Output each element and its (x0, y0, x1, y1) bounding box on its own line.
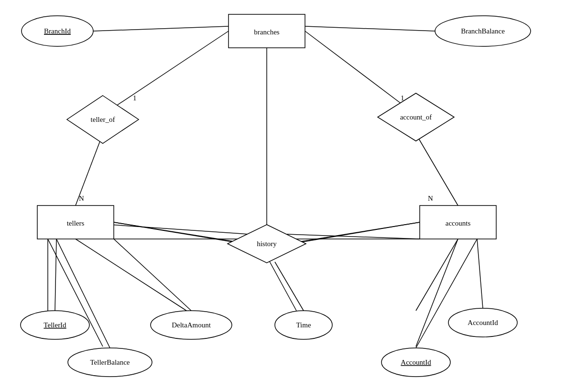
svg-line-17 (416, 239, 458, 347)
attr-branch-balance-label: BranchBalance (461, 27, 505, 35)
entity-accounts-label: accounts (446, 219, 471, 227)
svg-line-23 (275, 262, 304, 311)
svg-line-14 (76, 239, 186, 311)
cardinality-1-teller: 1 (133, 94, 137, 102)
attr-delta-amount-label: DeltaAmount (172, 321, 211, 329)
svg-line-16 (416, 239, 458, 311)
svg-line-0 (103, 31, 229, 115)
er-diagram: branches teller_of account_of history te… (0, 0, 588, 390)
attr-teller-id-label: TellerId (44, 321, 66, 329)
svg-line-11 (287, 234, 420, 239)
attr-time-label: Time (296, 321, 311, 329)
svg-line-19 (305, 26, 435, 31)
entity-branches-label: branches (254, 28, 279, 36)
attr-branch-id-label: BranchId (44, 27, 71, 35)
svg-line-20 (55, 239, 56, 311)
cardinality-n-teller: N (79, 195, 84, 202)
cardinality-n-account: N (428, 195, 433, 202)
attr-teller-balance-label: TellerBalance (90, 358, 130, 366)
svg-line-18 (93, 26, 229, 31)
cardinality-1-account: 1 (401, 94, 404, 102)
svg-line-22 (114, 239, 191, 311)
attr-account-id-bot-label: AccountId (401, 358, 431, 366)
attr-account-id-top-label: AccountId (468, 319, 498, 326)
svg-line-2 (305, 31, 416, 115)
relationship-history-label: history (257, 240, 277, 248)
svg-line-4 (416, 134, 458, 206)
relationship-teller-of-label: teller_of (91, 116, 115, 123)
svg-line-24 (477, 239, 483, 308)
entity-tellers-label: tellers (67, 219, 85, 227)
relationship-account-of-label: account_of (400, 113, 432, 121)
svg-line-15 (268, 258, 296, 311)
svg-line-10 (287, 222, 420, 244)
